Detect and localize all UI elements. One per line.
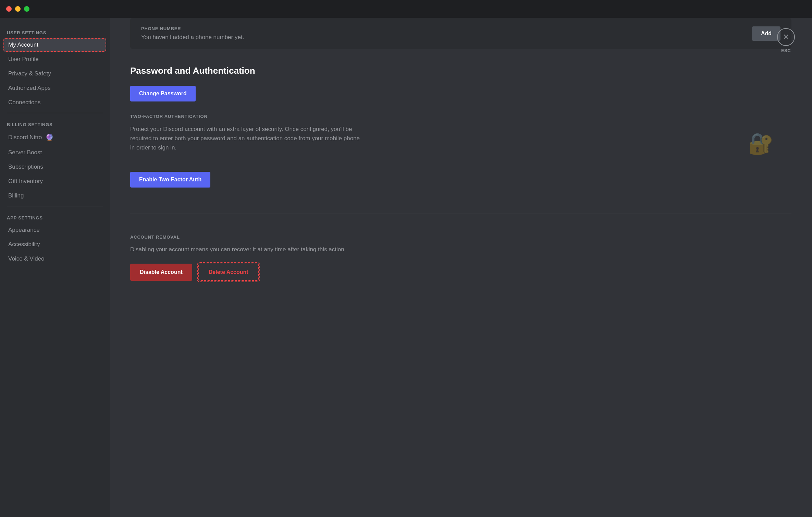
user-settings-label: USER SETTINGS: [3, 25, 106, 38]
sidebar-divider-2: [7, 206, 103, 206]
twofa-label: TWO-FACTOR AUTHENTICATION: [130, 114, 791, 119]
sidebar-item-label: Accessibility: [8, 241, 40, 248]
phone-info: PHONE NUMBER You haven't added a phone n…: [141, 26, 244, 41]
window-controls: [6, 6, 29, 12]
add-phone-button[interactable]: Add: [752, 26, 780, 41]
sidebar-item-gift-inventory[interactable]: Gift Inventory: [3, 175, 106, 188]
sidebar-item-label: My Account: [8, 41, 38, 48]
disable-account-button[interactable]: Disable Account: [130, 264, 192, 281]
maximize-dot[interactable]: [24, 6, 29, 12]
sidebar-item-label: Gift Inventory: [8, 178, 43, 185]
sidebar-item-voice-video[interactable]: Voice & Video: [3, 252, 106, 266]
removal-buttons: Disable Account Delete Account: [130, 264, 791, 281]
password-auth-title: Password and Authentication: [130, 65, 791, 76]
sidebar-item-label: Subscriptions: [8, 164, 43, 170]
minimize-dot[interactable]: [15, 6, 21, 12]
sidebar-item-label: Connections: [8, 99, 41, 106]
app-body: USER SETTINGS My Account User Profile Pr…: [0, 18, 812, 517]
phone-value: You haven't added a phone number yet.: [141, 34, 244, 41]
sidebar-item-label: Appearance: [8, 227, 40, 233]
twofa-description: Protect your Discord account with an ext…: [130, 124, 363, 153]
sidebar-item-my-account[interactable]: My Account: [3, 38, 106, 52]
sidebar-item-billing[interactable]: Billing: [3, 189, 106, 203]
billing-settings-label: BILLING SETTINGS: [3, 117, 106, 130]
delete-account-button[interactable]: Delete Account: [198, 264, 259, 281]
sidebar-divider-1: [7, 113, 103, 113]
nitro-icon: 🔮: [45, 133, 54, 142]
sidebar-item-discord-nitro[interactable]: Discord Nitro 🔮: [3, 130, 106, 145]
close-dot[interactable]: [6, 6, 12, 12]
twofa-section: Protect your Discord account with an ext…: [130, 124, 791, 162]
sidebar-item-label: User Profile: [8, 56, 39, 63]
section-divider: [130, 214, 791, 214]
account-removal-label: ACCOUNT REMOVAL: [130, 235, 791, 240]
sidebar-item-label: Billing: [8, 192, 24, 199]
esc-label: ESC: [781, 48, 791, 53]
sidebar-item-label: Voice & Video: [8, 255, 45, 262]
sidebar-item-appearance[interactable]: Appearance: [3, 223, 106, 237]
sidebar-item-subscriptions[interactable]: Subscriptions: [3, 160, 106, 174]
account-removal-description: Disabling your account means you can rec…: [130, 245, 791, 254]
sidebar: USER SETTINGS My Account User Profile Pr…: [0, 18, 110, 517]
sidebar-item-server-boost[interactable]: Server Boost: [3, 146, 106, 159]
change-password-button[interactable]: Change Password: [130, 86, 196, 101]
close-icon[interactable]: ✕: [777, 28, 795, 46]
twofa-illustration: 🔐: [730, 124, 791, 162]
sidebar-item-label: Privacy & Safety: [8, 70, 51, 77]
titlebar: [0, 0, 812, 18]
main-content: ✕ ESC PHONE NUMBER You haven't added a p…: [110, 18, 812, 517]
esc-button[interactable]: ✕ ESC: [777, 28, 795, 53]
twofa-text: Protect your Discord account with an ext…: [130, 124, 363, 153]
sidebar-item-label: Discord Nitro: [8, 134, 42, 141]
phone-number-section: PHONE NUMBER You haven't added a phone n…: [130, 18, 791, 49]
phone-label: PHONE NUMBER: [141, 26, 244, 31]
sidebar-item-authorized-apps[interactable]: Authorized Apps: [3, 81, 106, 95]
sidebar-item-privacy-safety[interactable]: Privacy & Safety: [3, 67, 106, 81]
sidebar-item-label: Authorized Apps: [8, 85, 51, 92]
enable-twofa-button[interactable]: Enable Two-Factor Auth: [130, 172, 210, 188]
app-settings-label: APP SETTINGS: [3, 210, 106, 223]
sidebar-item-connections[interactable]: Connections: [3, 96, 106, 109]
account-removal-section: ACCOUNT REMOVAL Disabling your account m…: [130, 235, 791, 281]
sidebar-item-user-profile[interactable]: User Profile: [3, 52, 106, 66]
sidebar-item-accessibility[interactable]: Accessibility: [3, 238, 106, 251]
sidebar-item-label: Server Boost: [8, 149, 42, 156]
